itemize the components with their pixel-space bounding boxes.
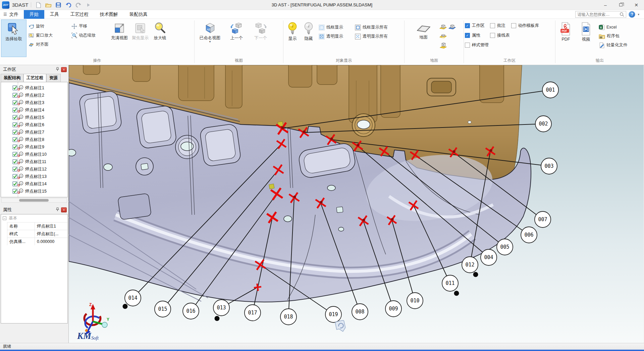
checked-annotation-icon[interactable]: 1 [12,137,24,143]
workspace-tab-工艺过程[interactable]: 工艺过程 [23,74,46,82]
focus-display-button[interactable]: 聚焦显示 [130,19,151,40]
workspace-panel-close-button[interactable]: x [61,67,67,72]
balloon-016[interactable]: 016 [183,303,199,319]
redo-button[interactable] [73,1,84,9]
previous-view-button[interactable]: 上一个 [224,19,249,40]
tree-item[interactable]: 1焊点标注4 [1,106,67,114]
balloon-007[interactable]: 007 [535,211,551,228]
checkbox-动作模板库[interactable]: 动作模板库 [511,23,539,29]
balloon-001[interactable]: 001 [542,82,558,98]
tree-item[interactable]: 1焊点标注5 [1,114,67,121]
align-face-button[interactable]: 对齐面 [26,40,69,49]
balloon-008[interactable]: 008 [352,304,368,320]
select-pick-button[interactable]: 选择拾取 [1,19,26,57]
fit-view-button[interactable]: 充满视图 [109,19,130,40]
checked-annotation-icon[interactable]: 1 [12,107,24,113]
ribbon-tab-工艺过程[interactable]: 工艺过程 [65,10,94,19]
pan-button[interactable]: 平移 [69,22,109,31]
ribbon-tab-装配仿真[interactable]: 装配仿真 [124,10,153,19]
workspace-tab-装配结构[interactable]: 装配结构 [1,74,23,82]
tree-item[interactable]: 1焊点标注14 [1,180,67,188]
checkbox-样式管理[interactable]: 样式管理 [465,42,489,48]
ribbon-tab-开始[interactable]: 开始 [24,10,44,19]
balloon-009[interactable]: 009 [385,301,401,317]
checked-annotation-icon[interactable]: 1 [12,159,24,165]
tree-item[interactable]: 1焊点标注11 [1,158,67,165]
balloon-006[interactable]: 006 [521,227,537,243]
checked-annotation-icon[interactable]: 1 [12,181,24,187]
properties-section-basic[interactable]: − 基本 [1,214,67,222]
help-button[interactable]: ? [629,11,635,18]
cad-scene[interactable]: 0010020030040050060070080090100110120130… [69,65,644,343]
property-row[interactable]: 仿真播...0.000000 [7,238,67,245]
balloon-002[interactable]: 002 [535,116,551,132]
show-button[interactable]: 显示 [284,19,301,41]
checked-annotation-icon[interactable]: 1 [12,100,24,106]
tree-item[interactable]: 1焊点标注3 [1,99,67,106]
balloon-013[interactable]: 013 [213,300,229,316]
dynamic-zoom-button[interactable]: 动态缩放 [69,31,109,40]
balloon-015[interactable]: 015 [155,301,171,317]
export-pdf-button[interactable]: PDF PDF [556,19,575,42]
tree-item[interactable]: 1焊点标注8 [1,136,67,143]
checkbox-接线表[interactable]: 接线表 [490,33,510,38]
checked-annotation-icon[interactable]: 1 [12,166,24,172]
ground-style-yellow-button[interactable] [439,22,448,31]
zoom-window-button[interactable]: 窗口放大 [26,31,69,40]
restore-button[interactable] [613,0,629,10]
rotate-button[interactable]: 旋转 [26,22,69,31]
new-file-button[interactable] [33,1,43,9]
tree-horizontal-scrollbar[interactable] [1,198,67,203]
next-step-button[interactable] [84,1,94,9]
balloon-017[interactable]: 017 [245,305,261,321]
export-package-button[interactable]: EXE程序包 [597,32,630,41]
tree-item[interactable]: 1焊点标注12 [1,165,67,173]
pin-icon[interactable] [56,207,59,212]
named-view-button[interactable]: AB 已命名视图 ▼ [196,19,224,43]
checked-annotation-icon[interactable]: 1 [12,85,24,91]
checkbox-批注[interactable]: 批注 [490,23,510,29]
search-input[interactable] [577,12,620,17]
balloon-014[interactable]: 014 [125,290,141,306]
collapse-icon[interactable]: − [3,216,6,220]
checked-annotation-icon[interactable]: 1 [12,92,24,98]
file-menu-button[interactable]: ☰ 文件 [0,11,24,17]
balloon-019[interactable]: 019 [325,306,341,322]
tree-item[interactable]: 1焊点标注1 [1,84,67,92]
hide-button[interactable]: 隐藏 [301,19,317,41]
balloon-005[interactable]: 005 [497,239,513,255]
tree-item[interactable]: 1焊点标注15 [1,188,67,195]
balloon-010[interactable]: 010 [407,293,423,309]
next-view-button[interactable]: 下一个 [249,19,273,40]
tree-item[interactable]: 1焊点标注13 [1,173,67,180]
search-box[interactable] [575,11,626,18]
wireframe-all-button[interactable]: 线框显示所有 [353,23,397,32]
tree-item[interactable]: 1焊点标注10 [1,151,67,158]
scrollbar-thumb[interactable] [19,199,49,202]
tree-item[interactable]: 1焊点标注7 [1,129,67,136]
transparent-all-button[interactable]: 透明显示所有 [353,32,397,41]
checked-annotation-icon[interactable]: 1 [12,114,24,120]
open-file-button[interactable] [43,1,53,9]
transparent-display-button[interactable]: 透明显示 [317,32,353,41]
balloon-003[interactable]: 003 [541,158,557,174]
export-video-button[interactable]: 视频 [577,19,595,42]
minimize-button[interactable]: – [598,0,613,10]
magnifier-button[interactable]: 放大镜 [151,19,169,40]
checked-annotation-icon[interactable]: 1 [12,151,24,157]
ribbon-tab-技术图解[interactable]: 技术图解 [94,10,124,19]
checked-annotation-icon[interactable]: 1 [12,173,24,180]
save-button[interactable] [53,1,63,9]
export-lightweight-button[interactable]: 轻量化文件 [597,41,630,50]
tree-item[interactable]: 1焊点标注2 [1,92,67,99]
workspace-tab-资源[interactable]: 资源 [46,74,61,82]
checked-annotation-icon[interactable]: 1 [12,129,24,135]
viewport-3d[interactable]: 0010020030040050060070080090100110120130… [69,65,644,343]
ground-button[interactable]: 地面 [412,19,436,40]
balloon-018[interactable]: 018 [280,309,297,325]
pin-icon[interactable] [56,67,59,72]
property-row[interactable]: 样式焊点标注(... [7,230,67,238]
ribbon-tab-工具[interactable]: 工具 [44,10,65,19]
ground-style-blue-button[interactable] [448,22,457,31]
checked-annotation-icon[interactable]: 1 [12,144,24,150]
